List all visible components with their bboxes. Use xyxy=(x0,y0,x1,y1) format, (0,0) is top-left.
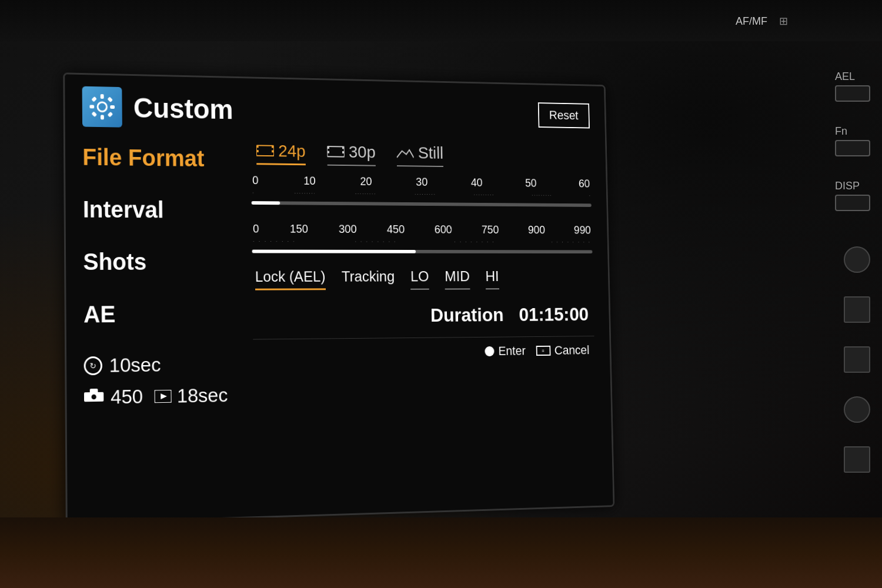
interval-scale: 0 10 20 30 40 50 60 xyxy=(251,174,591,191)
svg-rect-6 xyxy=(107,96,113,102)
file-format-options: 24p 30p xyxy=(250,141,590,167)
lcd-screen: Custom Reset File Format Interval Shots xyxy=(63,72,614,524)
ae-menu-item: AE xyxy=(83,300,242,328)
svg-marker-13 xyxy=(161,393,167,399)
svg-rect-3 xyxy=(89,105,94,108)
side-button-4[interactable] xyxy=(844,396,870,423)
ael-label: AEL xyxy=(835,71,870,102)
shots-value-row: 450 18sec xyxy=(84,383,243,409)
ae-options: Lock (AEL) Tracking LO MID HI xyxy=(252,268,593,288)
afmf-text: AF/MF xyxy=(736,15,767,27)
right-panel: 24p 30p xyxy=(240,141,597,493)
svg-rect-20 xyxy=(327,146,329,149)
playback-duration-value: 18sec xyxy=(177,384,228,407)
shots-label: Shots xyxy=(83,249,146,275)
ae-lock-option[interactable]: Lock (AEL) xyxy=(255,268,326,288)
disp-label: DISP xyxy=(835,180,870,211)
duration-label: Duration xyxy=(430,304,504,326)
interval-slider[interactable] xyxy=(252,198,592,210)
duration-value: 01:15:00 xyxy=(519,303,589,325)
svg-point-0 xyxy=(98,102,107,112)
interval-fill xyxy=(252,201,280,205)
svg-rect-18 xyxy=(272,150,274,152)
side-button-5[interactable] xyxy=(844,446,870,473)
screen-content: Custom Reset File Format Interval Shots xyxy=(65,74,613,522)
svg-rect-16 xyxy=(256,150,259,152)
reset-button[interactable]: Reset xyxy=(537,102,590,128)
shots-slider-row: 0 150 300 450 600 750 900 990 xyxy=(252,222,593,257)
svg-rect-23 xyxy=(342,151,345,153)
interval-circle-icon: ↻ xyxy=(84,356,103,375)
interval-slider-row: 0 10 20 30 40 50 60 · · · · xyxy=(251,174,592,211)
enter-circle-icon xyxy=(485,346,494,356)
enter-label: Enter xyxy=(498,344,526,359)
format-still-label: Still xyxy=(418,143,444,163)
shots-fill xyxy=(252,250,416,253)
header-title: Custom xyxy=(133,92,233,125)
shots-menu-item: Shots xyxy=(83,249,241,275)
shots-track xyxy=(252,250,593,253)
format-30p[interactable]: 30p xyxy=(327,142,376,163)
afmf-label: AF/MF ⊞ xyxy=(736,15,788,28)
cancel-control[interactable]: ≡ Cancel xyxy=(536,343,589,358)
camera-icon xyxy=(84,387,104,407)
shots-slider[interactable] xyxy=(252,246,593,257)
interval-track xyxy=(252,201,592,207)
svg-rect-14 xyxy=(256,145,274,156)
shots-scale: 0 150 300 450 600 750 900 990 xyxy=(252,222,592,236)
interval-value-row: ↻ 10sec xyxy=(84,352,243,377)
svg-point-11 xyxy=(91,394,97,400)
ae-label: AE xyxy=(83,301,116,327)
svg-rect-21 xyxy=(327,151,329,153)
table-surface xyxy=(0,517,882,588)
svg-rect-22 xyxy=(342,146,345,149)
svg-rect-8 xyxy=(108,112,113,118)
screen-header: Custom Reset xyxy=(82,86,590,135)
enter-control[interactable]: Enter xyxy=(485,344,526,359)
svg-rect-4 xyxy=(110,105,115,109)
svg-rect-17 xyxy=(272,146,274,148)
format-24p[interactable]: 24p xyxy=(256,141,306,163)
format-30p-label: 30p xyxy=(349,142,376,162)
svg-rect-7 xyxy=(91,111,97,117)
camera-side-controls: AEL Fn DISP xyxy=(835,71,870,473)
ae-mid-option[interactable]: MID xyxy=(445,268,470,287)
duration-row: Duration 01:15:00 xyxy=(253,303,594,328)
cancel-label: Cancel xyxy=(554,343,590,358)
custom-icon xyxy=(82,86,122,128)
interval-menu-item: Interval xyxy=(83,196,241,223)
bottom-controls: Enter ≡ Cancel xyxy=(253,336,594,362)
bottom-values: ↻ 10sec xyxy=(84,352,243,409)
file-format-label: File Format xyxy=(82,144,204,171)
left-labels: File Format Interval Shots AE xyxy=(82,138,243,498)
sliders-area: 0 10 20 30 40 50 60 · · · · xyxy=(251,174,593,257)
svg-rect-2 xyxy=(101,115,104,119)
side-button-3[interactable] xyxy=(844,346,870,373)
shots-count-value: 450 xyxy=(111,385,143,409)
ae-lo-option[interactable]: LO xyxy=(410,268,429,287)
svg-rect-5 xyxy=(91,96,97,102)
interval-label: Interval xyxy=(83,196,164,222)
ae-hi-option[interactable]: HI xyxy=(485,268,499,287)
svg-rect-10 xyxy=(90,389,98,393)
main-content: File Format Interval Shots AE xyxy=(82,138,597,498)
interval-time-value: 10sec xyxy=(109,353,161,377)
side-button-2[interactable] xyxy=(844,296,870,323)
file-format-menu-item: File Format xyxy=(82,144,240,172)
side-button-1[interactable] xyxy=(844,246,870,273)
format-24p-label: 24p xyxy=(278,141,306,161)
svg-rect-1 xyxy=(101,94,104,99)
playback-row: 18sec xyxy=(154,384,228,408)
fn-label: Fn xyxy=(835,125,870,156)
lcd-screen-wrapper: Custom Reset File Format Interval Shots xyxy=(28,34,589,493)
menu-icon: ≡ xyxy=(536,346,550,356)
svg-rect-15 xyxy=(256,145,259,148)
svg-rect-19 xyxy=(327,146,345,157)
format-still[interactable]: Still xyxy=(397,143,444,165)
ae-tracking-option[interactable]: Tracking xyxy=(342,268,395,288)
